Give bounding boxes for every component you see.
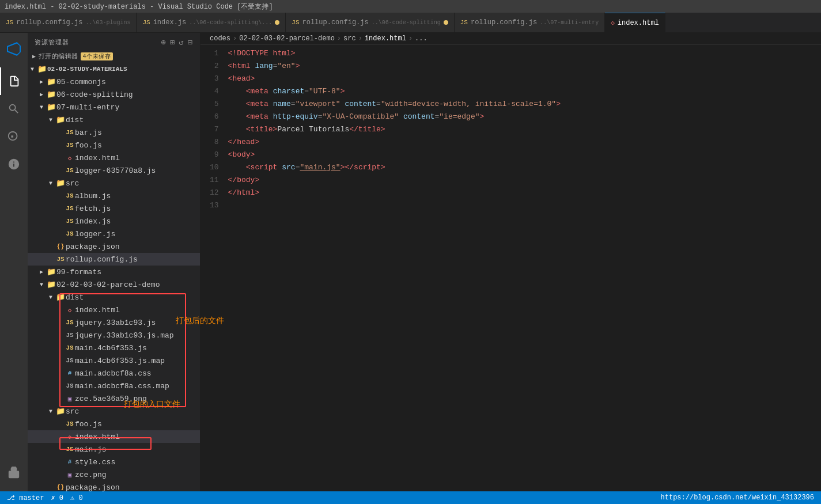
config-icon: JS [55,256,66,263]
tree-item-jquery-33ab1c93-js-map[interactable]: JSjquery.33ab1c93.js.map [28,329,200,342]
activity-search-icon[interactable] [0,95,28,123]
tree-item-dist[interactable]: ▼📁dist [28,113,200,126]
tree-item-foo-js[interactable]: JSfoo.js [28,418,200,430]
tree-root[interactable]: ▼ 📁 02-02-STUDY-MATERIALS [28,63,200,75]
js-icon: JS [65,420,75,427]
code-line: </head> [226,136,821,149]
code-line: </body> [226,174,821,187]
json-icon: {} [55,484,66,491]
token: "X-UA-Compatible" [322,112,399,121]
tab-rollup-config-07[interactable]: JS rollup.config.js ..\07-multi-entry [455,13,605,32]
error-count[interactable]: ✗ 0 [51,494,63,502]
tree-item-package-json[interactable]: {}package.json [28,240,200,253]
chevron-right-icon: ▶ [37,78,46,85]
tree-item-05-commonjs[interactable]: ▶📁05-commonjs [28,75,200,88]
tree-item-06-code-splitting[interactable]: ▶📁06-code-splitting [28,88,200,101]
activity-explorer-icon[interactable] [0,67,28,95]
tab-rollup-config-03[interactable]: JS rollup.config.js ..\03-plugins [0,13,137,32]
new-folder-icon[interactable]: ⊞ [170,37,175,47]
code-line: <meta name="viewport" content="width=dev… [226,98,821,111]
tree-item-99-formats[interactable]: ▶📁99-formats [28,266,200,278]
tab-index-html[interactable]: ◇ index.html [605,13,665,32]
tree-item-logger-js[interactable]: JSlogger.js [28,228,200,240]
token: = [304,87,309,96]
js-icon: JS [65,218,75,225]
collapse-icon[interactable]: ⊟ [188,37,193,47]
tree-item-main-js[interactable]: JSmain.js [28,443,200,456]
tree-item-main-4cb6f353-js-map[interactable]: JSmain.4cb6f353.js.map [28,354,200,367]
tree-item-foo-js[interactable]: JSfoo.js [28,139,200,151]
token: "en" [277,62,295,70]
activity-logo [0,35,28,63]
warning-count[interactable]: ⚠ 0 [70,494,83,502]
token: > [556,100,561,108]
modified-dot [275,20,279,25]
tree-item-fetch-js[interactable]: JSfetch.js [28,202,200,215]
tree-item-main-4cb6f353-js[interactable]: JSmain.4cb6f353.js [28,342,200,354]
tree-item-index-html[interactable]: ◇index.html [28,151,200,164]
folder-icon: 📁 [46,267,56,276]
token: <meta [228,100,273,108]
code-line: <!DOCTYPE html> [226,47,821,60]
tree-item-zce-5ae36a59-png[interactable]: ▣zce.5ae36a59.png [28,392,200,405]
code-content[interactable]: <!DOCTYPE html><html lang="en"><head> <m… [226,45,821,491]
tree-item-07-multi-entry[interactable]: ▼📁07-multi-entry [28,101,200,113]
tab-label: rollup.config.js [471,18,537,26]
tree-item-label: index.html [75,433,200,441]
line-number: 10 [210,161,219,174]
tree-item-index-html[interactable]: ◇index.html [28,430,200,443]
code-line: <script src="main.js"></script> [226,161,821,174]
tree-item-style-css[interactable]: #style.css [28,456,200,468]
tab-rollup-config-06[interactable]: JS rollup.config.js ..\06-code-splitting [286,13,454,32]
map-icon: JS [65,357,75,364]
tree-item-src[interactable]: ▼📁src [28,405,200,418]
png-icon: ▣ [65,471,75,479]
activity-extensions-icon[interactable] [0,459,28,487]
tree-item-label: src [66,407,200,416]
breadcrumb-src[interactable]: src [343,35,356,43]
refresh-icon[interactable]: ↺ [179,37,184,47]
folder-icon: 📁 [46,90,56,99]
activity-source-control-icon[interactable] [0,123,28,150]
chevron-down-icon: ▼ [28,66,37,73]
tree-item-index-js[interactable]: JSindex.js [28,215,200,228]
line-number: 2 [210,60,219,73]
tree-item-label: 06-code-splitting [56,90,200,99]
tree-item-jquery-33ab1c93-js[interactable]: JSjquery.33ab1c93.js [28,316,200,329]
tree-item-src[interactable]: ▼📁src [28,177,200,190]
token: charset [273,87,305,96]
html-icon: ◇ [65,306,75,314]
new-file-icon[interactable]: ⊕ [161,37,166,47]
tree-item-zce-png[interactable]: ▣zce.png [28,468,200,481]
token: http-equiv [273,112,318,121]
token: content [345,100,376,108]
breadcrumb-codes[interactable]: codes [210,35,230,43]
tree-item-album-js[interactable]: JSalbum.js [28,190,200,202]
line-number: 3 [210,73,219,85]
chevron-down-icon: ▼ [46,180,55,187]
breadcrumb-sep1: › [233,35,237,43]
open-editors-header[interactable]: ▶ 打开的编辑器 4个未保存 [28,50,200,63]
tree-item-package-json[interactable]: {}package.json [28,481,200,491]
status-left: ⎇ master ✗ 0 ⚠ 0 [7,494,83,502]
activity-debug-icon[interactable] [0,150,28,178]
git-branch[interactable]: ⎇ master [7,494,44,502]
html-icon: ◇ [65,154,75,162]
tree-item-dist[interactable]: ▼📁dist [28,291,200,304]
css-icon: # [65,458,75,465]
breadcrumb-index-html[interactable]: index.html [365,35,406,43]
tree-item-index-html[interactable]: ◇index.html [28,304,200,316]
tree-item-02-02-03-02-parcel-demo[interactable]: ▼📁02-02-03-02-parcel-demo [28,278,200,291]
activity-bar [0,33,28,491]
tree-item-label: 02-02-03-02-parcel-demo [56,281,200,289]
tree-item-logger-635770a8-js[interactable]: JSlogger-635770a8.js [28,164,200,177]
tree-item-main-adcbcf8a-css-map[interactable]: JSmain.adcbcf8a.css.map [28,380,200,392]
folder-open-icon: 📁 [55,179,66,188]
breadcrumb-parcel-demo[interactable]: 02-02-03-02-parcel-demo [239,35,335,43]
tree-item-bar-js[interactable]: JSbar.js [28,126,200,139]
tree-item-rollup-config-js[interactable]: JSrollup.config.js [28,253,200,266]
tree-item-label: index.html [75,306,200,314]
root-folder-label: 02-02-STUDY-MATERIALS [47,66,200,73]
tab-index-06[interactable]: JS index.js ..\06-code-splitting\... [137,13,286,32]
tree-item-main-adcbcf8a-css[interactable]: #main.adcbcf8a.css [28,367,200,380]
